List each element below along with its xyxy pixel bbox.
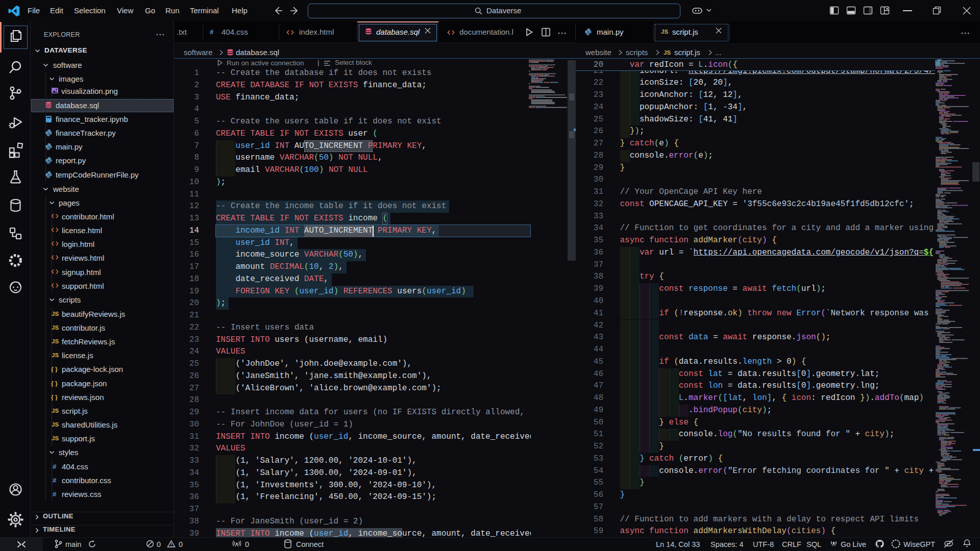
svg-text:{ }: { } bbox=[51, 380, 58, 387]
svg-text:JS: JS bbox=[52, 408, 59, 414]
svg-text:JS: JS bbox=[664, 49, 671, 56]
svg-text:{ }: { } bbox=[51, 366, 58, 373]
svg-text:JS: JS bbox=[52, 435, 59, 441]
svg-text:JS: JS bbox=[52, 352, 59, 358]
svg-text:#: # bbox=[53, 463, 57, 470]
svg-text:#: # bbox=[210, 28, 214, 35]
svg-text:JS: JS bbox=[52, 324, 59, 331]
svg-text:JS: JS bbox=[661, 29, 668, 35]
svg-text:JS: JS bbox=[52, 311, 59, 317]
svg-text:#: # bbox=[53, 477, 57, 484]
svg-text:{ }: { } bbox=[51, 394, 58, 401]
svg-text:JS: JS bbox=[52, 421, 59, 428]
svg-text:JS: JS bbox=[52, 338, 59, 344]
svg-text:#: # bbox=[53, 490, 57, 497]
